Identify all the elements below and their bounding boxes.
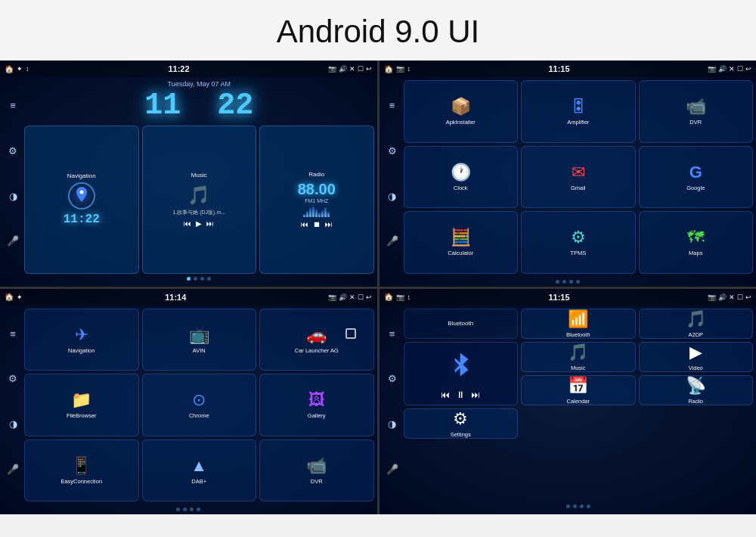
app-filebrowser[interactable]: 📁 FileBrowser: [24, 374, 139, 436]
app-dvr2[interactable]: 📹 DVR: [259, 439, 374, 502]
cards-row: Navigation 11:22 Music 🎵 1.故事与她 (DJ版).m.…: [24, 126, 374, 274]
gmail-label: Gmail: [571, 185, 586, 191]
app-calendar[interactable]: 📅 Calendar: [521, 375, 636, 405]
app-carlauncher[interactable]: 🚗 Car Launcher AG: [259, 309, 374, 371]
app-easyconnection[interactable]: 📱 EasyConnection: [24, 439, 139, 502]
app-google[interactable]: G Google: [639, 146, 754, 209]
dot-3[interactable]: [200, 277, 204, 281]
app-a2dp[interactable]: 🎵 A2DP: [639, 309, 754, 339]
app-gmail[interactable]: ✉ Gmail: [521, 146, 636, 209]
radio-prev-btn[interactable]: ⏮: [301, 220, 308, 228]
s3-dot-4[interactable]: [197, 508, 200, 511]
home-icon-s4[interactable]: 🏠: [384, 293, 393, 301]
nav-app-icon: ✈: [75, 325, 88, 345]
dot-4[interactable]: [207, 277, 211, 281]
app-gallery[interactable]: 🖼 Gallery: [259, 374, 374, 436]
menu-icon-s2[interactable]: ≡: [389, 100, 395, 111]
s4-dot-4[interactable]: [587, 504, 590, 508]
brightness-icon-s3[interactable]: ◑: [9, 418, 17, 430]
win-icon-s3[interactable]: ☐: [358, 293, 364, 301]
page-dots-s4: [404, 501, 754, 511]
app-bluetooth[interactable]: 📶 Bluetooth: [521, 309, 636, 339]
home-icon-s2[interactable]: 🏠: [384, 65, 393, 73]
window-icon-s1[interactable]: ☐: [358, 65, 364, 73]
nav-card[interactable]: Navigation 11:22: [24, 126, 139, 274]
mic-icon-s2[interactable]: 🎤: [386, 235, 398, 247]
menu-icon-s1[interactable]: ≡: [10, 100, 16, 111]
settings-icon-s2[interactable]: ⚙: [388, 145, 397, 157]
app-calculator[interactable]: 🧮 Calculator: [404, 211, 519, 274]
mic-icon-s1[interactable]: 🎤: [7, 235, 19, 247]
dot-2[interactable]: [194, 277, 197, 281]
app-avin[interactable]: 📺 AVIN: [142, 309, 257, 371]
x-icon-s3[interactable]: ✕: [349, 293, 355, 301]
app-maps[interactable]: 🗺 Maps: [639, 211, 754, 274]
app-dvr[interactable]: 📹 DVR: [639, 80, 754, 143]
settings-icon-s1[interactable]: ⚙: [8, 145, 17, 157]
back-icon-s2[interactable]: ↩: [745, 65, 751, 73]
mic-icon-s3[interactable]: 🎤: [7, 464, 19, 475]
brightness-icon-s4[interactable]: ◑: [388, 418, 396, 430]
play-btn[interactable]: ▶: [196, 219, 202, 228]
x-icon-s2[interactable]: ✕: [729, 65, 735, 73]
music-card[interactable]: Music 🎵 1.故事与她 (DJ版).m... ⏮ ▶ ⏭: [142, 126, 257, 274]
s3-dot-1[interactable]: [176, 508, 180, 511]
status-time-s3: 11:14: [165, 293, 186, 302]
bt-next-btn[interactable]: ⏭: [471, 390, 480, 400]
home-icon-s1[interactable]: 🏠: [5, 65, 14, 73]
dab-icon: ▲: [191, 456, 207, 476]
s3-dot-2[interactable]: [183, 508, 187, 511]
settings-app-icon: ⚙: [453, 409, 468, 429]
back-icon-s1[interactable]: ↩: [366, 65, 372, 73]
bt-play-btn[interactable]: ⏸: [456, 390, 465, 400]
app-clock[interactable]: 🕐 Clock: [404, 146, 519, 209]
prev-btn[interactable]: ⏮: [184, 219, 191, 228]
app-video[interactable]: ▶ Video: [639, 342, 754, 372]
bt-main-label: Bluetooth: [448, 320, 473, 327]
s4-dot-3[interactable]: [580, 504, 584, 508]
app-grid-s3: ✈ Navigation 📺 AVIN 🚗 Car Launcher AG 📁 …: [0, 306, 377, 505]
next-btn[interactable]: ⏭: [206, 219, 214, 228]
radio-stop-btn[interactable]: ⏹: [313, 220, 321, 228]
brightness-icon-s1[interactable]: ◑: [9, 191, 17, 202]
s2-dot-2[interactable]: [562, 280, 566, 284]
app-settings[interactable]: ⚙ Settings: [404, 408, 519, 439]
s3-dot-3[interactable]: [190, 508, 194, 511]
chrome-label: Chrome: [189, 412, 209, 419]
s4-dot-2[interactable]: [573, 504, 577, 508]
side-icons-s2: ≡ ⚙ ◑ 🎤: [384, 83, 401, 264]
app-amplifier[interactable]: 🎛 Amplifier: [521, 80, 636, 143]
app-music[interactable]: 🎵 Music: [521, 342, 636, 372]
app-tpms[interactable]: ⚙ TPMS: [521, 211, 636, 274]
win-icon-s2[interactable]: ☐: [737, 65, 743, 73]
radio-card[interactable]: Radio 88.00 FM1 MHZ: [259, 126, 374, 274]
menu-icon-s4[interactable]: ≡: [389, 328, 395, 340]
back-icon-s3[interactable]: ↩: [366, 293, 372, 301]
settings-icon-s3[interactable]: ⚙: [8, 373, 17, 384]
radio-next-btn[interactable]: ⏭: [325, 220, 333, 228]
win-icon-s4[interactable]: ☐: [737, 293, 743, 301]
s2-dot-4[interactable]: [576, 280, 580, 284]
back-icon-s4[interactable]: ↩: [745, 293, 751, 301]
app-navigation[interactable]: ✈ Navigation: [24, 309, 139, 371]
x-icon-s4[interactable]: ✕: [729, 293, 735, 301]
mic-icon-s4[interactable]: 🎤: [386, 464, 398, 475]
s4-dot-1[interactable]: [566, 504, 570, 508]
bt-header-label: Bluetooth: [404, 309, 519, 339]
clock-display: 11 22: [24, 91, 374, 121]
settings-icon-s4[interactable]: ⚙: [388, 373, 397, 384]
bt-prev-btn[interactable]: ⏮: [441, 390, 450, 400]
s2-dot-3[interactable]: [569, 280, 573, 284]
menu-icon-s3[interactable]: ≡: [10, 328, 16, 340]
brightness-icon-s2[interactable]: ◑: [388, 191, 396, 202]
app-apkinstaller[interactable]: 📦 ApkInstaller: [404, 80, 519, 143]
close-icon-s1[interactable]: ✕: [349, 65, 355, 73]
dot-1[interactable]: [187, 277, 191, 281]
home-icon-s3[interactable]: 🏠: [5, 293, 14, 301]
app-dab[interactable]: ▲ DAB+: [142, 439, 257, 502]
radio-bars: [303, 205, 330, 217]
s2-dot-1[interactable]: [556, 280, 559, 284]
app-radio[interactable]: 📡 Radio: [639, 375, 754, 405]
app-chrome[interactable]: ⊙ Chrome: [142, 374, 257, 436]
bt-icon-s4: ↕: [407, 293, 411, 301]
